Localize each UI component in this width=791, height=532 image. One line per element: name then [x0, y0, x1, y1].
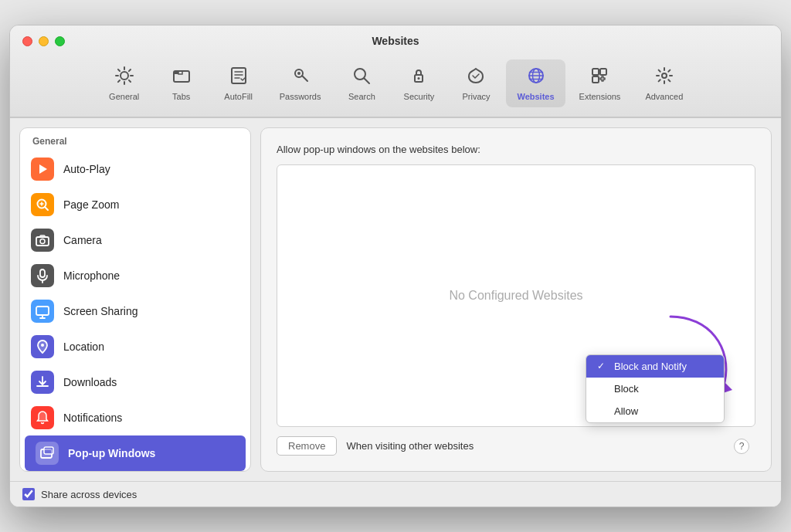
share-label: Share across devices: [41, 489, 137, 500]
svg-point-13: [662, 73, 667, 78]
checkmark-icon: ✓: [597, 361, 608, 371]
svg-rect-18: [40, 269, 45, 277]
minimize-button[interactable]: [39, 36, 49, 46]
help-button[interactable]: ?: [734, 439, 749, 454]
general-icon: [114, 66, 134, 89]
notifications-icon: [31, 406, 54, 429]
svg-rect-22: [44, 447, 53, 454]
main-description: Allow pop-up windows on the websites bel…: [277, 144, 755, 155]
toolbar-item-general[interactable]: General: [97, 59, 151, 107]
bottom-bar: Remove When visiting other websites ✓ Bl…: [277, 436, 755, 456]
sidebar-section-label: General: [20, 128, 250, 151]
dropdown-menu: ✓ Block and Notify Block Allow: [586, 354, 725, 423]
content-area: General Auto-Play: [10, 118, 781, 481]
downloads-icon: [31, 371, 54, 394]
svg-point-7: [418, 77, 420, 80]
allow-label: Allow: [614, 405, 638, 417]
pagezoom-label: Page Zoom: [63, 198, 119, 211]
close-button[interactable]: [22, 36, 32, 46]
toolbar-item-advanced[interactable]: Advanced: [634, 59, 694, 107]
toolbar-item-privacy[interactable]: Privacy: [449, 59, 503, 107]
toolbar-item-websites[interactable]: Websites: [506, 59, 565, 107]
sidebar-item-location[interactable]: Location: [20, 329, 250, 364]
empty-state-text: No Configured Websites: [449, 289, 582, 303]
advanced-label: Advanced: [645, 92, 683, 101]
websites-icon: [526, 66, 546, 89]
toolbar-item-tabs[interactable]: Tabs: [154, 59, 209, 107]
svg-point-0: [121, 72, 128, 80]
share-checkbox[interactable]: [22, 488, 35, 500]
dropdown-item-block-notify[interactable]: ✓ Block and Notify: [586, 355, 724, 378]
window-title: Websites: [372, 35, 419, 47]
main-panel: Allow pop-up windows on the websites bel…: [260, 127, 772, 472]
svg-rect-11: [600, 69, 606, 75]
security-icon: [409, 66, 429, 89]
sidebar-item-screensharing[interactable]: Screen Sharing: [20, 293, 250, 329]
autofill-label: AutoFill: [224, 92, 253, 101]
search-label: Search: [348, 92, 375, 101]
svg-point-20: [41, 344, 44, 347]
extensions-icon: [589, 66, 609, 89]
websites-label: Websites: [517, 92, 554, 101]
privacy-label: Privacy: [462, 92, 490, 101]
screensharing-icon: [31, 300, 54, 323]
screensharing-label: Screen Sharing: [63, 305, 138, 317]
tabs-label: Tabs: [172, 92, 190, 101]
toolbar-item-passwords[interactable]: Passwords: [269, 59, 332, 107]
extensions-label: Extensions: [579, 92, 621, 101]
svg-rect-19: [36, 307, 49, 315]
pagezoom-icon: [31, 193, 54, 216]
search-icon: [351, 66, 372, 89]
location-icon: [31, 335, 54, 358]
block-label: Block: [614, 383, 639, 395]
autofill-icon: [229, 66, 249, 89]
general-label: General: [109, 92, 139, 101]
sidebar-item-notifications[interactable]: Notifications: [20, 400, 250, 435]
svg-point-17: [40, 239, 45, 244]
maximize-button[interactable]: [55, 36, 65, 46]
camera-label: Camera: [63, 234, 102, 246]
app-window: Websites General: [9, 25, 782, 507]
titlebar: Websites General: [10, 25, 781, 117]
tabs-icon: [171, 66, 192, 89]
privacy-icon: [466, 66, 486, 89]
sidebar-item-camera[interactable]: Camera: [20, 222, 250, 258]
svg-rect-16: [36, 237, 49, 246]
downloads-label: Downloads: [63, 376, 117, 388]
toolbar-item-security[interactable]: Security: [392, 59, 446, 107]
block-notify-label: Block and Notify: [614, 361, 687, 372]
svg-marker-14: [39, 164, 47, 174]
security-label: Security: [404, 92, 435, 101]
toolbar-item-autofill[interactable]: AutoFill: [212, 59, 266, 107]
remove-button[interactable]: Remove: [277, 436, 337, 456]
sidebar-item-popup[interactable]: Pop-up Windows: [25, 435, 246, 471]
toolbar-item-extensions[interactable]: Extensions: [569, 59, 632, 107]
dropdown-item-block[interactable]: Block: [586, 378, 724, 400]
svg-rect-10: [592, 69, 599, 75]
autoplay-icon: [31, 158, 54, 181]
microphone-label: Microphone: [63, 269, 120, 282]
svg-rect-12: [592, 76, 599, 83]
popup-label: Pop-up Windows: [68, 447, 155, 459]
location-label: Location: [63, 341, 104, 353]
traffic-lights: [22, 36, 65, 46]
dropdown-item-allow[interactable]: Allow: [586, 400, 724, 422]
autoplay-label: Auto-Play: [63, 163, 110, 175]
passwords-icon: [290, 66, 311, 89]
share-bar: Share across devices: [10, 481, 781, 507]
sidebar-item-pagezoom[interactable]: Page Zoom: [20, 187, 250, 222]
popup-icon: [36, 442, 59, 465]
when-visiting-label: When visiting other websites: [346, 440, 715, 452]
svg-rect-2: [232, 68, 246, 83]
sidebar-item-autoplay[interactable]: Auto-Play: [20, 151, 250, 187]
notifications-label: Notifications: [63, 412, 122, 424]
sidebar-item-microphone[interactable]: Microphone: [20, 258, 250, 293]
sidebar: General Auto-Play: [19, 127, 251, 472]
passwords-label: Passwords: [280, 92, 321, 101]
microphone-icon: [31, 264, 54, 287]
advanced-icon: [654, 66, 674, 89]
toolbar-item-search[interactable]: Search: [334, 59, 389, 107]
camera-icon: [31, 229, 54, 252]
sidebar-item-downloads[interactable]: Downloads: [20, 364, 250, 400]
svg-point-4: [297, 72, 300, 75]
